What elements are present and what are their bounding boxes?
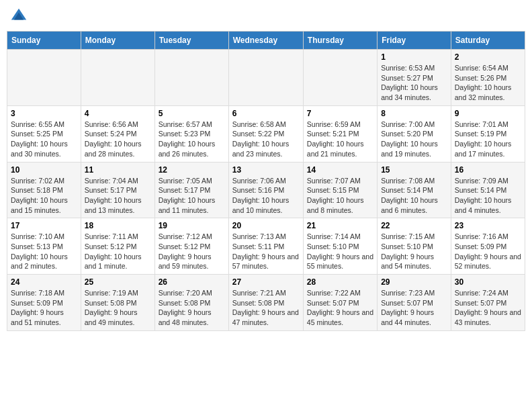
day-info: Sunrise: 7:01 AM Sunset: 5:19 PM Dayligh… bbox=[455, 120, 521, 159]
col-header-sunday: Sunday bbox=[7, 32, 81, 50]
day-info: Sunrise: 7:00 AM Sunset: 5:20 PM Dayligh… bbox=[381, 120, 447, 159]
day-number: 25 bbox=[85, 277, 151, 287]
day-info: Sunrise: 6:55 AM Sunset: 5:25 PM Dayligh… bbox=[11, 120, 77, 159]
day-cell bbox=[303, 50, 377, 106]
day-info: Sunrise: 6:54 AM Sunset: 5:26 PM Dayligh… bbox=[455, 63, 521, 103]
day-info: Sunrise: 7:06 AM Sunset: 5:16 PM Dayligh… bbox=[232, 176, 300, 216]
day-number: 15 bbox=[381, 165, 447, 175]
day-number: 1 bbox=[381, 52, 447, 62]
day-number: 14 bbox=[307, 165, 373, 175]
day-cell: 28Sunrise: 7:22 AM Sunset: 5:07 PM Dayli… bbox=[303, 275, 377, 331]
day-number: 24 bbox=[11, 277, 77, 287]
day-cell: 14Sunrise: 7:07 AM Sunset: 5:15 PM Dayli… bbox=[303, 162, 377, 218]
day-cell: 16Sunrise: 7:09 AM Sunset: 5:14 PM Dayli… bbox=[451, 162, 525, 218]
day-info: Sunrise: 7:05 AM Sunset: 5:17 PM Dayligh… bbox=[159, 176, 225, 216]
day-number: 30 bbox=[455, 277, 521, 287]
day-number: 16 bbox=[455, 165, 521, 175]
day-number: 3 bbox=[11, 109, 77, 118]
day-info: Sunrise: 6:58 AM Sunset: 5:22 PM Dayligh… bbox=[232, 120, 300, 159]
day-number: 6 bbox=[232, 109, 300, 118]
day-info: Sunrise: 7:04 AM Sunset: 5:17 PM Dayligh… bbox=[85, 176, 151, 216]
day-cell: 19Sunrise: 7:12 AM Sunset: 5:12 PM Dayli… bbox=[154, 218, 228, 275]
day-cell: 25Sunrise: 7:19 AM Sunset: 5:08 PM Dayli… bbox=[81, 275, 154, 331]
day-info: Sunrise: 6:59 AM Sunset: 5:21 PM Dayligh… bbox=[307, 120, 373, 159]
day-cell: 2Sunrise: 6:54 AM Sunset: 5:26 PM Daylig… bbox=[451, 50, 525, 106]
day-number: 13 bbox=[232, 165, 300, 175]
col-header-tuesday: Tuesday bbox=[154, 32, 228, 50]
day-number: 12 bbox=[159, 165, 225, 175]
col-header-saturday: Saturday bbox=[451, 32, 525, 50]
day-number: 17 bbox=[11, 221, 77, 230]
day-cell: 12Sunrise: 7:05 AM Sunset: 5:17 PM Dayli… bbox=[154, 162, 228, 218]
day-number: 9 bbox=[455, 109, 521, 118]
day-info: Sunrise: 7:23 AM Sunset: 5:07 PM Dayligh… bbox=[381, 288, 447, 328]
day-number: 22 bbox=[381, 221, 447, 230]
day-cell: 26Sunrise: 7:20 AM Sunset: 5:08 PM Dayli… bbox=[154, 275, 228, 331]
day-info: Sunrise: 6:56 AM Sunset: 5:24 PM Dayligh… bbox=[85, 120, 151, 159]
logo-icon bbox=[9, 7, 28, 26]
day-info: Sunrise: 7:09 AM Sunset: 5:14 PM Dayligh… bbox=[455, 176, 521, 216]
day-info: Sunrise: 7:16 AM Sunset: 5:09 PM Dayligh… bbox=[455, 232, 521, 271]
day-cell bbox=[81, 50, 154, 106]
day-info: Sunrise: 7:02 AM Sunset: 5:18 PM Dayligh… bbox=[11, 176, 77, 216]
day-cell: 20Sunrise: 7:13 AM Sunset: 5:11 PM Dayli… bbox=[228, 218, 303, 275]
day-number: 10 bbox=[11, 165, 77, 175]
day-number: 27 bbox=[232, 277, 300, 287]
day-cell: 24Sunrise: 7:18 AM Sunset: 5:09 PM Dayli… bbox=[7, 275, 81, 331]
day-info: Sunrise: 6:53 AM Sunset: 5:27 PM Dayligh… bbox=[381, 63, 447, 103]
day-cell: 6Sunrise: 6:58 AM Sunset: 5:22 PM Daylig… bbox=[228, 105, 303, 162]
logo bbox=[9, 7, 31, 26]
day-cell bbox=[7, 50, 81, 106]
day-info: Sunrise: 7:13 AM Sunset: 5:11 PM Dayligh… bbox=[232, 232, 300, 271]
day-number: 20 bbox=[232, 221, 300, 230]
day-cell: 8Sunrise: 7:00 AM Sunset: 5:20 PM Daylig… bbox=[378, 105, 451, 162]
col-header-monday: Monday bbox=[81, 32, 154, 50]
calendar-header-row: SundayMondayTuesdayWednesdayThursdayFrid… bbox=[7, 32, 525, 50]
col-header-friday: Friday bbox=[378, 32, 451, 50]
day-number: 21 bbox=[307, 221, 373, 230]
day-cell: 18Sunrise: 7:11 AM Sunset: 5:12 PM Dayli… bbox=[81, 218, 154, 275]
day-cell: 13Sunrise: 7:06 AM Sunset: 5:16 PM Dayli… bbox=[228, 162, 303, 218]
day-number: 7 bbox=[307, 109, 373, 118]
day-info: Sunrise: 7:15 AM Sunset: 5:10 PM Dayligh… bbox=[381, 232, 447, 271]
day-cell bbox=[154, 50, 228, 106]
day-number: 23 bbox=[455, 221, 521, 230]
day-number: 2 bbox=[455, 52, 521, 62]
week-row-4: 17Sunrise: 7:10 AM Sunset: 5:13 PM Dayli… bbox=[7, 218, 525, 275]
day-cell: 15Sunrise: 7:08 AM Sunset: 5:14 PM Dayli… bbox=[378, 162, 451, 218]
day-cell bbox=[228, 50, 303, 106]
day-info: Sunrise: 7:20 AM Sunset: 5:08 PM Dayligh… bbox=[159, 288, 225, 328]
day-info: Sunrise: 7:11 AM Sunset: 5:12 PM Dayligh… bbox=[85, 232, 151, 271]
week-row-2: 3Sunrise: 6:55 AM Sunset: 5:25 PM Daylig… bbox=[7, 105, 525, 162]
day-cell: 4Sunrise: 6:56 AM Sunset: 5:24 PM Daylig… bbox=[81, 105, 154, 162]
day-info: Sunrise: 7:10 AM Sunset: 5:13 PM Dayligh… bbox=[11, 232, 77, 271]
col-header-thursday: Thursday bbox=[303, 32, 377, 50]
day-info: Sunrise: 7:19 AM Sunset: 5:08 PM Dayligh… bbox=[85, 288, 151, 328]
day-number: 11 bbox=[85, 165, 151, 175]
day-cell: 23Sunrise: 7:16 AM Sunset: 5:09 PM Dayli… bbox=[451, 218, 525, 275]
day-info: Sunrise: 7:08 AM Sunset: 5:14 PM Dayligh… bbox=[381, 176, 447, 216]
day-cell: 11Sunrise: 7:04 AM Sunset: 5:17 PM Dayli… bbox=[81, 162, 154, 218]
day-number: 18 bbox=[85, 221, 151, 230]
week-row-1: 1Sunrise: 6:53 AM Sunset: 5:27 PM Daylig… bbox=[7, 50, 525, 106]
page-header bbox=[7, 7, 525, 26]
day-info: Sunrise: 7:22 AM Sunset: 5:07 PM Dayligh… bbox=[307, 288, 373, 328]
day-info: Sunrise: 7:14 AM Sunset: 5:10 PM Dayligh… bbox=[307, 232, 373, 271]
day-cell: 29Sunrise: 7:23 AM Sunset: 5:07 PM Dayli… bbox=[378, 275, 451, 331]
day-cell: 9Sunrise: 7:01 AM Sunset: 5:19 PM Daylig… bbox=[451, 105, 525, 162]
day-info: Sunrise: 6:57 AM Sunset: 5:23 PM Dayligh… bbox=[159, 120, 225, 159]
day-number: 8 bbox=[381, 109, 447, 118]
day-number: 19 bbox=[159, 221, 225, 230]
col-header-wednesday: Wednesday bbox=[228, 32, 303, 50]
day-info: Sunrise: 7:07 AM Sunset: 5:15 PM Dayligh… bbox=[307, 176, 373, 216]
day-cell: 30Sunrise: 7:24 AM Sunset: 5:07 PM Dayli… bbox=[451, 275, 525, 331]
day-info: Sunrise: 7:12 AM Sunset: 5:12 PM Dayligh… bbox=[159, 232, 225, 271]
day-info: Sunrise: 7:24 AM Sunset: 5:07 PM Dayligh… bbox=[455, 288, 521, 328]
week-row-3: 10Sunrise: 7:02 AM Sunset: 5:18 PM Dayli… bbox=[7, 162, 525, 218]
day-number: 5 bbox=[159, 109, 225, 118]
day-number: 29 bbox=[381, 277, 447, 287]
day-cell: 17Sunrise: 7:10 AM Sunset: 5:13 PM Dayli… bbox=[7, 218, 81, 275]
day-cell: 5Sunrise: 6:57 AM Sunset: 5:23 PM Daylig… bbox=[154, 105, 228, 162]
day-cell: 22Sunrise: 7:15 AM Sunset: 5:10 PM Dayli… bbox=[378, 218, 451, 275]
day-number: 4 bbox=[85, 109, 151, 118]
